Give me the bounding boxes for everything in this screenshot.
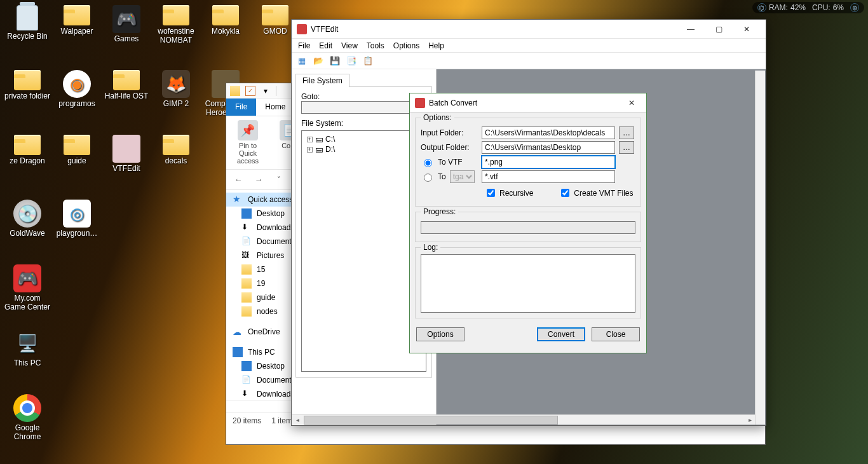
- convert-button[interactable]: Convert: [537, 327, 585, 341]
- recursive-input[interactable]: [487, 189, 495, 197]
- menu-edit[interactable]: Edit: [319, 41, 332, 50]
- scroll-left-icon[interactable]: ◂: [292, 416, 302, 423]
- folder-decals[interactable]: decals: [153, 135, 200, 165]
- app-playground[interactable]: ◎playgroun…: [53, 200, 100, 238]
- expand-icon[interactable]: +: [307, 137, 313, 142]
- progress-legend: Progress:: [421, 207, 458, 216]
- tab-file[interactable]: File: [226, 99, 256, 116]
- expand-icon[interactable]: +: [307, 147, 313, 153]
- icon-label: decals: [153, 156, 200, 165]
- menu-options[interactable]: Options: [393, 41, 419, 50]
- format-select[interactable]: tga: [450, 170, 475, 183]
- browse-input-button[interactable]: …: [619, 126, 634, 139]
- qat-overflow-icon[interactable]: ▾: [261, 86, 271, 96]
- icon-label: guide: [53, 156, 100, 165]
- tab-filesystem[interactable]: File System: [295, 74, 349, 87]
- batch-titlebar[interactable]: Batch Convert ✕: [410, 93, 646, 113]
- nav-recent[interactable]: ˅: [272, 175, 286, 184]
- radio-to-fmt-input[interactable]: [424, 174, 432, 182]
- progress-bar: [421, 221, 635, 234]
- folder-icon: [241, 292, 252, 303]
- tab-home[interactable]: Home: [256, 99, 294, 116]
- pattern-in-field[interactable]: [482, 156, 615, 168]
- filesystem-tree[interactable]: +🖴C:\ +🖴D:\: [301, 130, 426, 372]
- radio-to-vtf-input[interactable]: [424, 159, 432, 167]
- vtfedit-toolbar: ▦ 📂 💾 📑 📋: [292, 53, 766, 69]
- recycle-bin[interactable]: Recycle Bin: [4, 5, 51, 41]
- batch-convert-dialog[interactable]: Batch Convert ✕ Options: Input Folder: ……: [409, 93, 647, 353]
- vtfedit-vscroll[interactable]: [755, 71, 765, 425]
- app-mycom[interactable]: 🎮My.com Game Center: [4, 264, 51, 311]
- open-file-icon[interactable]: 📂: [312, 55, 325, 67]
- radio-to-vtf[interactable]: To VTF: [421, 157, 482, 167]
- sidenav-label: 19: [257, 279, 265, 288]
- app-chrome[interactable]: Google Chrome: [4, 394, 51, 441]
- sidenav-label: Quick access: [248, 195, 293, 204]
- close-button[interactable]: Close: [592, 327, 640, 341]
- goto-input[interactable]: [301, 101, 426, 114]
- pattern-out-field[interactable]: [482, 170, 615, 183]
- create-vmt-input[interactable]: [561, 189, 569, 197]
- dialog-close-button[interactable]: ✕: [622, 94, 641, 112]
- pin-quick-access[interactable]: 📌Pin to Quick access: [230, 120, 266, 165]
- minimize-button[interactable]: —: [677, 20, 705, 38]
- close-button[interactable]: ✕: [733, 20, 761, 38]
- menu-view[interactable]: View: [341, 41, 358, 50]
- options-button[interactable]: Options: [416, 327, 465, 341]
- folder-mokykla[interactable]: Mokykla: [202, 5, 249, 36]
- nav-forward[interactable]: →: [252, 175, 266, 184]
- paste-icon[interactable]: 📋: [362, 55, 374, 67]
- log-textarea[interactable]: [421, 254, 635, 313]
- batch-app-icon: [415, 98, 425, 108]
- tree-node-d[interactable]: +🖴D:\: [307, 145, 423, 154]
- folder-hl-ost[interactable]: Half-life OST: [103, 70, 150, 100]
- menu-file[interactable]: File: [298, 41, 310, 50]
- nav-back[interactable]: ←: [231, 175, 245, 184]
- app-goldwave[interactable]: 💿GoldWave: [4, 200, 51, 238]
- menu-tools[interactable]: Tools: [367, 41, 384, 50]
- scroll-right-icon[interactable]: ▸: [745, 416, 755, 423]
- radio-to-fmt[interactable]: To tga: [421, 170, 482, 183]
- desktop-icon: [241, 208, 252, 219]
- folder-private[interactable]: private foldier: [4, 70, 51, 100]
- star-icon: ★: [233, 194, 243, 205]
- folder-wofenstine[interactable]: wofenstine NOMBAT: [153, 5, 200, 44]
- this-pc[interactable]: 🖥️This PC: [4, 329, 51, 367]
- tree-label: C:\: [325, 135, 335, 144]
- vtfedit-hscroll[interactable]: ◂ ▸: [292, 414, 755, 425]
- folder-guide[interactable]: guide: [53, 135, 100, 165]
- menu-help[interactable]: Help: [428, 41, 444, 50]
- checkbox-icon[interactable]: ✓: [245, 86, 255, 96]
- log-legend: Log:: [421, 243, 440, 252]
- vtfedit-app-icon: [297, 24, 307, 34]
- window-title: VTFEdit: [311, 25, 338, 34]
- input-folder-field[interactable]: [482, 126, 615, 139]
- tree-node-c[interactable]: +🖴C:\: [307, 135, 423, 144]
- folder-icon: [230, 86, 240, 96]
- folder-icon: [241, 306, 252, 317]
- new-file-icon[interactable]: ▦: [295, 55, 308, 67]
- folder-ze-dragon[interactable]: ze Dragon: [4, 135, 51, 165]
- icon-label: Half-life OST: [103, 92, 150, 100]
- app-programos[interactable]: ◉programos: [53, 70, 100, 108]
- app-vtfedit[interactable]: VTFEdit: [103, 135, 150, 173]
- sidenav-label: Downloads: [257, 390, 294, 399]
- folder-icon: [241, 264, 252, 275]
- recursive-checkbox[interactable]: Recursive: [484, 187, 533, 199]
- folder-games[interactable]: 🎮Games: [103, 5, 150, 43]
- browse-output-button[interactable]: …: [619, 141, 634, 154]
- output-folder-field[interactable]: [482, 141, 615, 154]
- pictures-icon: 🖼: [241, 250, 252, 261]
- app-gimp[interactable]: 🦊GIMP 2: [153, 70, 200, 108]
- copy-icon[interactable]: 📑: [345, 55, 358, 67]
- options-legend: Options:: [421, 113, 454, 122]
- vtfedit-titlebar[interactable]: VTFEdit — ▢ ✕: [292, 20, 766, 39]
- options-group: Options: Input Folder: … Output Folder: …: [415, 118, 641, 207]
- hscroll-thumb[interactable]: [304, 416, 558, 425]
- save-icon[interactable]: 💾: [329, 55, 341, 67]
- maximize-button[interactable]: ▢: [705, 20, 733, 38]
- folder-walpaper[interactable]: Walpaper: [53, 5, 100, 36]
- icon-label: GIMP 2: [153, 99, 200, 108]
- create-vmt-checkbox[interactable]: Create VMT Files: [559, 187, 633, 199]
- sidenav-label: This PC: [248, 348, 275, 357]
